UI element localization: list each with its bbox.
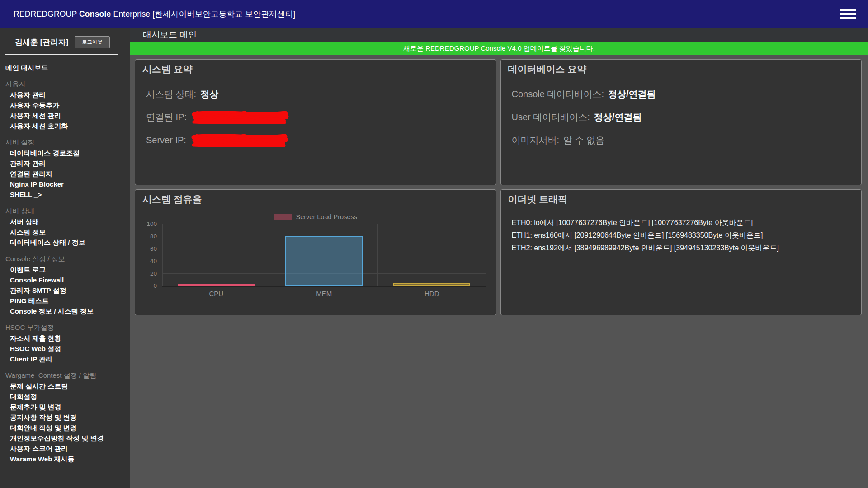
y-tick-label: 20 — [150, 270, 157, 277]
panel-system-summary: 시스템 요약 시스템 상태:정상연결된 IP:Server IP: — [135, 59, 496, 185]
page-title: 대시보드 메인 — [130, 28, 868, 42]
bar-mem[interactable] — [285, 236, 363, 286]
sidebar-item[interactable]: Warame Web 재시동 — [0, 454, 130, 464]
sidebar-item[interactable]: SHELL _> — [0, 189, 130, 200]
update-alert-banner[interactable]: 새로운 REDREDGROUP Console V4.0 업데이트를 찾았습니다… — [130, 42, 868, 55]
redacted-ip-scribble — [191, 133, 288, 147]
info-row: 이미지서버:알 수 없음 — [512, 133, 851, 147]
ethernet-traffic-body: ETH0: lo에서 [10077637276Byte 인바운드] [10077… — [501, 208, 862, 254]
sidebar-item[interactable]: 시스템 정보 — [0, 227, 130, 237]
info-label: 이미지서버: — [512, 133, 560, 147]
x-axis-label: CPU — [162, 290, 270, 297]
app-title-suffix: Enterprise [한세사이버보안고등학교 보안관제센터] — [113, 9, 296, 19]
panel-title-system-usage: 시스템 점유율 — [135, 190, 496, 208]
dashboard-grid: 시스템 요약 시스템 상태:정상연결된 IP:Server IP: 데이터베이스… — [135, 59, 862, 315]
sidebar-item[interactable]: 관리자 관리 — [0, 158, 130, 169]
info-value: 정상 — [200, 87, 218, 101]
app-title-prefix: REDREDGROUP — [14, 9, 77, 19]
sidebar-item[interactable]: 사용자 세션 관리 — [0, 110, 130, 121]
sidebar-item[interactable]: 데이터베이스 경로조절 — [0, 148, 130, 158]
info-label: Console 데이터베이스: — [512, 87, 604, 101]
info-row: 시스템 상태:정상 — [146, 87, 485, 101]
panel-title-db-summary: 데이터베이스 요약 — [501, 60, 862, 78]
sidebar-menu: 사용자사용자 관리사용자 수동추가사용자 세션 관리사용자 세션 초기화서버 설… — [0, 79, 130, 464]
eth-traffic-line: ETH0: lo에서 [10077637276Byte 인바운드] [10077… — [512, 216, 851, 229]
sidebar-section-label: 서버 설정 — [0, 137, 130, 148]
panel-db-summary: 데이터베이스 요약 Console 데이터베이스:정상/연결됨User 데이터베… — [500, 59, 862, 185]
sidebar-item[interactable]: PING 테스트 — [0, 296, 130, 306]
top-navbar: REDREDGROUP Console Enterprise [한세사이버보안고… — [0, 0, 868, 28]
sidebar-section-label: 사용자 — [0, 79, 130, 89]
sidebar-item[interactable]: HSOC Web 설정 — [0, 343, 130, 354]
y-tick-label: 0 — [153, 282, 157, 289]
sidebar-item[interactable]: 자소서 제출 현황 — [0, 333, 130, 343]
y-tick-label: 60 — [150, 245, 157, 252]
app-title: REDREDGROUP Console Enterprise [한세사이버보안고… — [14, 9, 295, 19]
bar-slot — [162, 224, 270, 286]
sidebar-item[interactable]: 공지사항 작성 및 변경 — [0, 412, 130, 422]
system-usage-chart: Server Load Prosess 020406080100 CPUMEMH… — [135, 208, 496, 297]
sidebar-item[interactable]: 사용자 스코어 관리 — [0, 443, 130, 454]
chart-legend: Server Load Prosess — [143, 213, 488, 221]
sidebar-item[interactable]: Client IP 관리 — [0, 354, 130, 364]
sidebar-item[interactable]: 문제 실시간 스트림 — [0, 381, 130, 391]
redacted-ip-scribble — [192, 110, 289, 124]
info-label: 시스템 상태: — [146, 87, 196, 101]
bar-hdd[interactable] — [393, 283, 471, 286]
user-name: 김세훈 [관리자] — [15, 37, 68, 47]
bar-slot — [270, 224, 377, 286]
eth-traffic-line: ETH1: ens160에서 [2091290644Byte 인바운드] [15… — [512, 229, 851, 242]
x-axis-label: HDD — [378, 290, 486, 297]
y-tick-label: 100 — [146, 221, 157, 227]
sidebar-item[interactable]: Console 정보 / 시스템 정보 — [0, 306, 130, 316]
sidebar-section-label: Wargame_Contest 설정 / 알림 — [0, 370, 130, 381]
bar-slot — [377, 224, 485, 286]
info-row: 연결된 IP: — [146, 110, 485, 124]
main-area: 대시보드 메인 새로운 REDREDGROUP Console V4.0 업데이… — [130, 28, 868, 488]
db-summary-body: Console 데이터베이스:정상/연결됨User 데이터베이스:정상/연결됨이… — [501, 78, 862, 147]
info-label: Server IP: — [146, 133, 186, 147]
panel-title-system-summary: 시스템 요약 — [135, 60, 496, 78]
sidebar-item[interactable]: 개인정보수집방침 작성 및 변경 — [0, 433, 130, 443]
panel-system-usage: 시스템 점유율 Server Load Prosess 020406080100… — [135, 189, 496, 315]
sidebar-item[interactable]: 연결된 관리자 — [0, 169, 130, 179]
sidebar-item[interactable]: 이벤트 로그 — [0, 264, 130, 275]
sidebar-item[interactable]: 문제추가 및 변경 — [0, 402, 130, 412]
sidebar-item[interactable]: 서버 상태 — [0, 216, 130, 227]
sidebar-item[interactable]: Console Firewall — [0, 275, 130, 285]
panel-ethernet-traffic: 이더넷 트래픽 ETH0: lo에서 [10077637276Byte 인바운드… — [500, 189, 862, 315]
sidebar-item-main-dashboard[interactable]: 메인 대시보드 — [0, 62, 130, 73]
legend-label: Server Load Prosess — [296, 213, 357, 221]
sidebar-item[interactable]: 사용자 수동추가 — [0, 100, 130, 110]
sidebar-item[interactable]: 사용자 세션 초기화 — [0, 121, 130, 131]
sidebar-section-label: 서버 상태 — [0, 206, 130, 216]
info-label: User 데이터베이스: — [512, 110, 590, 124]
y-tick-label: 40 — [150, 258, 157, 264]
system-summary-body: 시스템 상태:정상연결된 IP:Server IP: — [135, 78, 496, 147]
sidebar-item[interactable]: 대회안내 작성 및 변경 — [0, 422, 130, 433]
x-axis-label: MEM — [270, 290, 378, 297]
hamburger-menu-icon[interactable] — [840, 7, 856, 21]
info-row: User 데이터베이스:정상/연결됨 — [512, 110, 851, 124]
sidebar-item[interactable]: 관리자 SMTP 설정 — [0, 285, 130, 296]
legend-swatch — [274, 214, 292, 220]
app-title-console: Console — [79, 9, 111, 19]
sidebar-item[interactable]: 데이터베이스 상태 / 정보 — [0, 237, 130, 248]
sidebar-item[interactable]: 사용자 관리 — [0, 89, 130, 100]
bar-cpu[interactable] — [178, 284, 255, 286]
info-value: 정상/연결됨 — [608, 87, 656, 101]
bar-chart-plot: 020406080100 — [162, 224, 486, 287]
info-row: Server IP: — [146, 133, 485, 147]
info-row: Console 데이터베이스:정상/연결됨 — [512, 87, 851, 101]
sidebar-item[interactable]: 대회설정 — [0, 391, 130, 402]
y-tick-label: 80 — [150, 233, 157, 239]
sidebar-section-label: HSOC 부가설정 — [0, 322, 130, 333]
sidebar-item[interactable]: Nginx IP Blocker — [0, 179, 130, 189]
logout-button[interactable]: 로그아웃 — [75, 36, 110, 48]
sidebar: 김세훈 [관리자] 로그아웃 메인 대시보드 사용자사용자 관리사용자 수동추가… — [0, 28, 130, 488]
x-axis-labels: CPUMEMHDD — [162, 290, 486, 297]
bar-slots — [162, 224, 486, 286]
info-value: 알 수 없음 — [563, 133, 604, 147]
sidebar-section-label: Console 설정 / 정보 — [0, 253, 130, 264]
sidebar-user-row: 김세훈 [관리자] 로그아웃 — [0, 28, 130, 48]
